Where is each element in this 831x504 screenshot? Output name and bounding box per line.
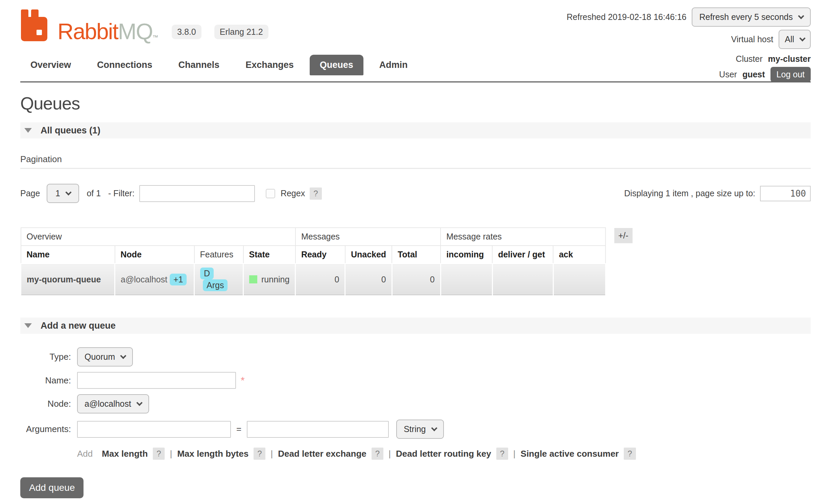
col-features: Features — [194, 246, 243, 264]
argument-type-select[interactable]: String — [396, 420, 444, 439]
col-ack[interactable]: ack — [553, 246, 606, 264]
col-ready[interactable]: Ready — [295, 246, 345, 264]
state-text: running — [261, 275, 289, 284]
collapse-triangle-icon — [24, 128, 32, 133]
deliver-get-rate — [492, 264, 553, 295]
col-incoming[interactable]: incoming — [441, 246, 492, 264]
brand-rabbit: Rabbit — [57, 19, 118, 44]
col-total[interactable]: Total — [392, 246, 441, 264]
group-header-row: Overview Messages Message rates — [21, 228, 606, 246]
shortcut-dead-letter-routing-key[interactable]: Dead letter routing key — [396, 449, 491, 459]
page-number-select[interactable]: 1 — [47, 184, 79, 203]
queue-node-cell: a@localhost +1 — [115, 264, 194, 295]
tab-admin[interactable]: Admin — [369, 55, 418, 75]
page-label: Page — [20, 188, 40, 198]
column-toggle-button[interactable]: +/- — [614, 228, 633, 243]
queue-features-cell: D Args — [194, 264, 243, 295]
displaying-label: Displaying 1 item , page size up to: — [624, 188, 755, 198]
tab-exchanges[interactable]: Exchanges — [235, 55, 304, 75]
refresh-interval-select[interactable]: Refresh every 5 seconds — [692, 7, 811, 27]
argument-key-input[interactable] — [77, 421, 231, 438]
all-queues-section-toggle[interactable]: All queues (1) — [20, 122, 811, 138]
col-name[interactable]: Name — [21, 246, 115, 264]
chevron-down-icon — [136, 400, 142, 406]
col-deliver-get[interactable]: deliver / get — [492, 246, 553, 264]
separator: | — [170, 449, 172, 459]
erlang-version-badge: Erlang 21.2 — [214, 25, 268, 39]
shortcut-max-length[interactable]: Max length — [102, 449, 148, 459]
col-state[interactable]: State — [243, 246, 295, 264]
required-asterisk: * — [241, 375, 245, 386]
dead-letter-routing-key-help-button[interactable]: ? — [496, 448, 508, 460]
feature-args-badge: Args — [203, 279, 228, 291]
equals-sign: = — [236, 424, 241, 434]
group-messages: Messages — [295, 228, 441, 246]
argument-value-input[interactable] — [247, 421, 389, 438]
ready-count: 0 — [295, 264, 345, 295]
name-label: Name: — [20, 375, 71, 386]
queue-node-value: a@localhost — [85, 399, 131, 409]
max-length-bytes-help-button[interactable]: ? — [254, 448, 265, 460]
rabbitmq-logo-icon — [20, 9, 55, 43]
page-title: Queues — [20, 93, 811, 114]
group-message-rates: Message rates — [441, 228, 606, 246]
vhost-select[interactable]: All — [779, 30, 811, 49]
logout-button[interactable]: Log out — [770, 67, 811, 82]
cluster-label: Cluster — [736, 54, 762, 64]
tab-queues[interactable]: Queues — [310, 55, 363, 75]
header: RabbitMQ™ 3.8.0 Erlang 21.2 Refreshed 20… — [20, 0, 811, 47]
add-queue-button[interactable]: Add queue — [20, 477, 84, 498]
refresh-interval-value: Refresh every 5 seconds — [699, 12, 793, 22]
user-label: User — [719, 70, 737, 79]
refreshed-timestamp: Refreshed 2019-02-18 16:46:16 — [567, 12, 686, 22]
brand-mq: MQ — [118, 19, 152, 44]
shortcut-dead-letter-exchange[interactable]: Dead letter exchange — [278, 449, 366, 459]
user-name: guest — [742, 70, 765, 79]
chevron-down-icon — [65, 189, 71, 195]
shortcut-max-length-bytes[interactable]: Max length bytes — [177, 449, 248, 459]
queues-table-wrap: Overview Messages Message rates Name Nod… — [20, 227, 811, 295]
group-overview: Overview — [21, 228, 295, 246]
dead-letter-exchange-help-button[interactable]: ? — [372, 448, 383, 460]
shortcut-single-active-consumer[interactable]: Single active consumer — [521, 449, 619, 459]
add-queue-header: Add a new queue — [41, 321, 116, 331]
of-pages-label: of 1 — [87, 188, 101, 198]
regex-help-button[interactable]: ? — [310, 187, 322, 200]
regex-label: Regex — [281, 188, 305, 198]
tab-channels[interactable]: Channels — [168, 55, 230, 75]
filter-label: - Filter: — [108, 188, 135, 198]
chevron-down-icon — [799, 35, 805, 41]
page-size-input[interactable] — [760, 186, 811, 201]
queue-node-select[interactable]: a@localhost — [77, 394, 149, 413]
collapse-triangle-icon — [24, 323, 32, 328]
single-active-consumer-help-button[interactable]: ? — [624, 448, 636, 460]
filter-input[interactable] — [139, 185, 255, 202]
max-length-help-button[interactable]: ? — [153, 448, 165, 460]
add-queue-section-toggle[interactable]: Add a new queue — [20, 318, 811, 334]
all-queues-header: All queues (1) — [41, 125, 100, 136]
cluster-name: my-cluster — [768, 54, 811, 64]
col-node[interactable]: Node — [115, 246, 194, 264]
table-row: my-quorum-queue a@localhost +1 D Args ru… — [21, 264, 606, 295]
header-right: Refreshed 2019-02-18 16:46:16 Refresh ev… — [567, 7, 811, 82]
page: RabbitMQ™ 3.8.0 Erlang 21.2 Refreshed 20… — [0, 0, 831, 504]
node-plus-badge: +1 — [170, 274, 187, 285]
add-word: Add — [77, 449, 93, 459]
queue-name-input[interactable] — [77, 372, 236, 389]
argument-type-value: String — [404, 424, 426, 434]
regex-checkbox[interactable] — [266, 189, 275, 198]
queue-name-link[interactable]: my-quorum-queue — [21, 264, 115, 295]
col-unacked[interactable]: Unacked — [345, 246, 392, 264]
argument-shortcuts: Add Max length ? | Max length bytes ? | … — [77, 448, 811, 460]
page-number-value: 1 — [55, 188, 60, 198]
chevron-down-icon — [431, 425, 437, 431]
queue-type-value: Quorum — [85, 352, 115, 362]
feature-durable-badge: D — [200, 268, 214, 279]
queue-type-select[interactable]: Quorum — [77, 347, 133, 367]
page-size-controls: Displaying 1 item , page size up to: — [624, 186, 811, 201]
tab-connections[interactable]: Connections — [87, 55, 163, 75]
tab-overview[interactable]: Overview — [20, 55, 81, 75]
running-state-icon — [249, 275, 257, 283]
separator: | — [513, 449, 516, 459]
add-queue-form: Type: Quorum Name: * Node: a@localhost A… — [20, 347, 811, 498]
